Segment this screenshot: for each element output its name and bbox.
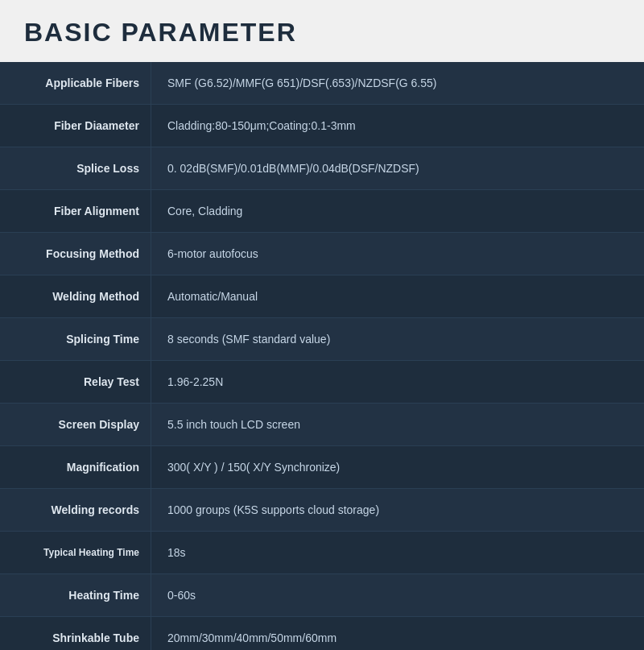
param-label: Welding records (0, 489, 151, 531)
param-value: Cladding:80-150μm;Coating:0.1-3mm (151, 105, 644, 147)
param-label: Relay Test (0, 361, 151, 403)
param-value: 300( X/Y ) / 150( X/Y Synchronize) (151, 446, 644, 488)
param-label: Screen Display (0, 404, 151, 445)
table-row: Applicable FibersSMF (G6.52)/MMF(G 651)/… (0, 62, 644, 105)
param-value: 8 seconds (SMF standard value) (151, 318, 644, 360)
param-value: 6-motor autofocus (151, 233, 644, 275)
page-wrapper: BASIC PARAMETER Applicable FibersSMF (G6… (0, 0, 644, 650)
table-row: Typical Heating Time18s (0, 532, 644, 574)
param-label: Fiber Diaameter (0, 105, 151, 147)
table-row: Splicing Time8 seconds (SMF standard val… (0, 318, 644, 361)
param-value: 0-60s (151, 574, 644, 616)
param-label: Splicing Time (0, 318, 151, 360)
param-label: Typical Heating Time (0, 532, 151, 573)
table-row: Fiber AlignmentCore, Cladding (0, 190, 644, 233)
page-title: BASIC PARAMETER (24, 18, 620, 48)
table-row: Relay Test1.96-2.25N (0, 361, 644, 404)
table-row: Welding MethodAutomatic/Manual (0, 275, 644, 318)
param-value: 5.5 inch touch LCD screen (151, 404, 644, 445)
param-label: Magnification (0, 446, 151, 488)
param-value: Core, Cladding (151, 190, 644, 232)
table-row: Welding records1000 groups (K5S supports… (0, 489, 644, 532)
param-label: Shrinkable Tube (0, 617, 151, 650)
table-row: Fiber DiaameterCladding:80-150μm;Coating… (0, 105, 644, 147)
param-value: 0. 02dB(SMF)/0.01dB(MMF)/0.04dB(DSF/NZDS… (151, 147, 644, 189)
parameter-table: Applicable FibersSMF (G6.52)/MMF(G 651)/… (0, 62, 644, 650)
param-value: 1.96-2.25N (151, 361, 644, 403)
param-value: 18s (151, 532, 644, 573)
table-row: Heating Time0-60s (0, 574, 644, 617)
header: BASIC PARAMETER (0, 0, 644, 62)
param-label: Fiber Alignment (0, 190, 151, 232)
table-row: Focusing Method6-motor autofocus (0, 233, 644, 275)
param-value: Automatic/Manual (151, 275, 644, 317)
table-row: Magnification300( X/Y ) / 150( X/Y Synch… (0, 446, 644, 489)
param-label: Applicable Fibers (0, 62, 151, 104)
param-value: 20mm/30mm/40mm/50mm/60mm (151, 617, 644, 650)
param-label: Welding Method (0, 275, 151, 317)
param-label: Focusing Method (0, 233, 151, 275)
param-value: 1000 groups (K5S supports cloud storage) (151, 489, 644, 531)
table-row: Screen Display5.5 inch touch LCD screen (0, 404, 644, 446)
table-row: Splice Loss0. 02dB(SMF)/0.01dB(MMF)/0.04… (0, 147, 644, 190)
table-row: Shrinkable Tube20mm/30mm/40mm/50mm/60mm (0, 617, 644, 650)
param-label: Heating Time (0, 574, 151, 616)
param-label: Splice Loss (0, 147, 151, 189)
param-value: SMF (G6.52)/MMF(G 651)/DSF(.653)/NZDSF(G… (151, 62, 644, 104)
